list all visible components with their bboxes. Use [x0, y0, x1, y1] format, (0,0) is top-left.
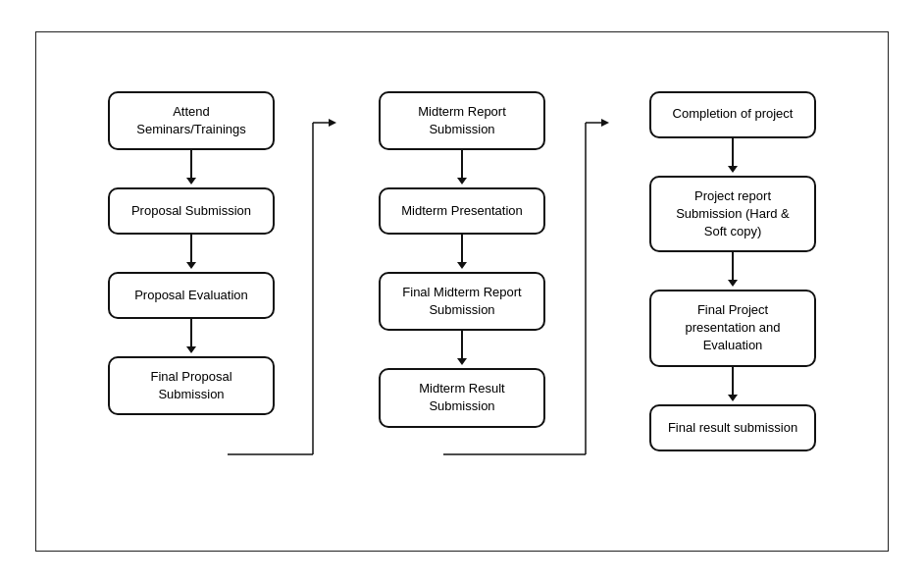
box-proposal-submission: Proposal Submission [108, 187, 275, 235]
arrow-1-3 [186, 319, 196, 356]
box-midterm-report: Midterm Report Submission [379, 91, 545, 150]
column-3: Completion of project Project report Sub… [635, 91, 831, 451]
arrow-3-3 [728, 367, 738, 404]
column-2: Midterm Report Submission Midterm Presen… [364, 91, 560, 428]
box-final-result-submission: Final result submission [649, 404, 816, 451]
box-final-project-presentation: Final Project presentation and Evaluatio… [649, 290, 816, 367]
box-completion-project: Completion of project [649, 91, 816, 138]
box-midterm-presentation: Midterm Presentation [379, 187, 545, 235]
box-final-midterm-report: Final Midterm Report Submission [379, 272, 545, 331]
arrow-1-2 [186, 235, 196, 272]
box-final-proposal: Final Proposal Submission [108, 356, 275, 415]
svg-marker-7 [601, 119, 609, 127]
arrow-2-2 [457, 235, 467, 272]
svg-marker-3 [329, 119, 336, 127]
column-1: Attend Seminars/Trainings Proposal Submi… [93, 91, 289, 416]
arrow-1-1 [186, 150, 196, 187]
arrow-2-3 [457, 331, 467, 368]
box-attend-seminars: Attend Seminars/Trainings [108, 91, 275, 150]
arrow-3-2 [728, 252, 738, 290]
diagram-container: Attend Seminars/Trainings Proposal Submi… [35, 31, 889, 552]
box-proposal-evaluation: Proposal Evaluation [108, 272, 275, 319]
box-project-report-submission: Project report Submission (Hard & Soft c… [649, 176, 816, 253]
arrow-3-1 [728, 138, 738, 176]
arrow-2-1 [457, 150, 467, 187]
box-midterm-result: Midterm Result Submission [379, 368, 545, 427]
